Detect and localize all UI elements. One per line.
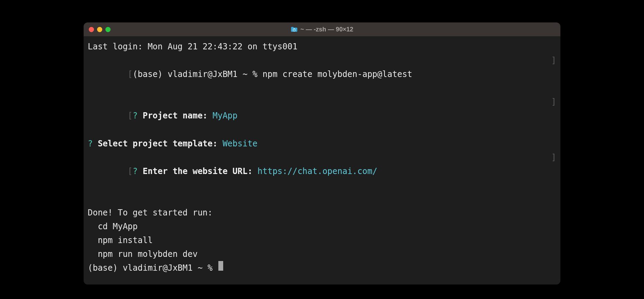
last-login-line: Last login: Mon Aug 21 22:43:22 on ttys0…: [88, 40, 556, 54]
shell-prompt-1: (base) vladimir@JxBM1 ~ %: [133, 69, 263, 79]
prompt-template: ? Select project template: Website: [88, 137, 556, 151]
bracket-close: ]: [551, 151, 556, 164]
minimize-button[interactable]: [97, 27, 102, 32]
template-value: Website: [218, 137, 258, 151]
question-mark-icon: ?: [133, 111, 138, 120]
bracket-open: [: [128, 111, 133, 120]
done-line: Done! To get started run:: [88, 206, 556, 220]
terminal-window: ~ — -zsh — 90×12 Last login: Mon Aug 21 …: [84, 22, 560, 284]
window-title-group: ~ — -zsh — 90×12: [291, 26, 353, 33]
blank-line: [88, 192, 556, 206]
command-text-1: npm create molybden-app@latest: [263, 69, 412, 79]
command-line-1: [(base) vladimir@JxBM1 ~ % npm create mo…: [88, 54, 556, 95]
last-login-text: Last login: Mon Aug 21 22:43:22 on ttys0…: [88, 40, 297, 54]
bracket-open: [: [128, 166, 133, 176]
prompt-project-name: [? Project name: MyApp ]: [88, 95, 556, 136]
title-bar[interactable]: ~ — -zsh — 90×12: [84, 22, 560, 36]
bracket-open: [: [128, 69, 133, 79]
bracket-close: ]: [551, 54, 556, 67]
project-name-value: MyApp: [208, 111, 238, 120]
prompt-url: [? Enter the website URL: https://chat.o…: [88, 151, 556, 192]
question-mark-icon: ?: [88, 137, 93, 151]
url-value: https://chat.openai.com/: [253, 166, 377, 176]
bracket-close: ]: [551, 95, 556, 109]
maximize-button[interactable]: [105, 27, 111, 32]
done-text: Done! To get started run:: [88, 206, 212, 220]
blank-text: [88, 192, 93, 206]
terminal-body[interactable]: Last login: Mon Aug 21 22:43:22 on ttys0…: [84, 36, 560, 284]
step-1-text: cd MyApp: [88, 220, 138, 233]
step-line-1: cd MyApp: [88, 220, 556, 233]
home-folder-icon: [291, 27, 297, 32]
project-name-label: Project name:: [138, 111, 208, 120]
question-mark-icon: ?: [133, 166, 138, 176]
step-line-2: npm install: [88, 233, 556, 247]
url-label: Enter the website URL:: [138, 166, 253, 176]
traffic-lights: [89, 27, 111, 32]
cursor-block-icon: [218, 261, 223, 271]
template-label: Select project template:: [93, 137, 217, 151]
command-line-2: (base) vladimir@JxBM1 ~ %: [88, 261, 556, 275]
window-title: ~ — -zsh — 90×12: [300, 26, 353, 33]
shell-prompt-2: (base) vladimir@JxBM1 ~ %: [88, 261, 218, 275]
close-button[interactable]: [89, 27, 94, 32]
step-line-3: npm run molybden dev: [88, 247, 556, 261]
step-2-text: npm install: [88, 233, 153, 247]
step-3-text: npm run molybden dev: [88, 247, 198, 261]
